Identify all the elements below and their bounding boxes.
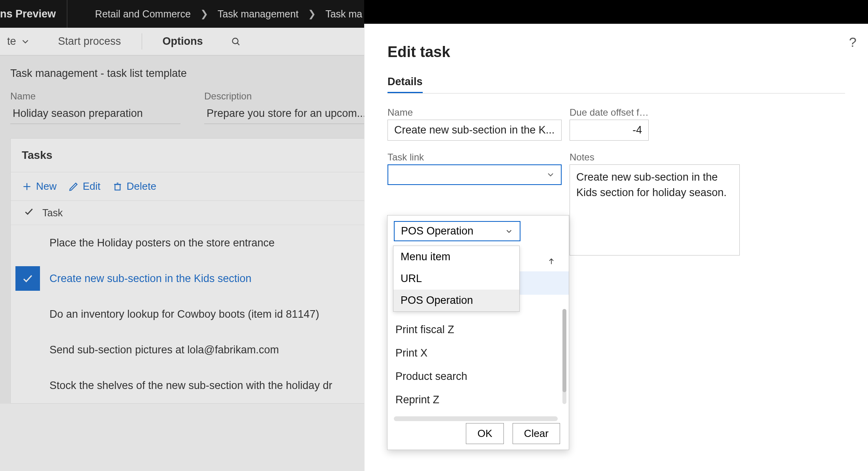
description-input[interactable]: Prepare you store for an upcom... xyxy=(204,103,374,124)
row-select-check[interactable] xyxy=(15,231,40,255)
table-row[interactable]: Stock the shelves of the new sub-section… xyxy=(11,368,368,403)
chevron-right-icon: ❯ xyxy=(308,8,316,19)
task-name-input[interactable]: Create new sub-section in the K... xyxy=(387,120,562,141)
row-select-check[interactable] xyxy=(15,373,40,398)
delete-button[interactable]: Delete xyxy=(112,180,156,193)
chevron-right-icon: ❯ xyxy=(200,8,208,19)
search-icon xyxy=(231,36,241,47)
tasks-table: Task Place the Holiday posters on the st… xyxy=(11,200,368,403)
row-select-check[interactable] xyxy=(15,302,40,326)
button-label: New xyxy=(36,180,57,193)
due-date-input[interactable]: -4 xyxy=(570,120,649,141)
actionbar-dropdown[interactable]: te xyxy=(0,28,38,55)
description-field: Description Prepare you store for an upc… xyxy=(204,91,374,124)
options-button[interactable]: Options xyxy=(156,28,210,55)
breadcrumb-item[interactable]: Retail and Commerce xyxy=(95,8,191,20)
table-row[interactable]: Send sub-section pictures at lola@fabrik… xyxy=(11,332,368,368)
table-header[interactable]: Task xyxy=(11,201,368,225)
svg-rect-4 xyxy=(115,184,120,190)
edit-button[interactable]: Edit xyxy=(68,180,101,193)
due-date-field-group: Due date offset from target date (+/- ..… xyxy=(570,107,649,141)
chevron-down-icon xyxy=(505,227,513,236)
tasks-toolbar: New Edit Delete xyxy=(11,172,368,200)
column-header[interactable]: Task xyxy=(42,207,63,219)
pencil-icon xyxy=(68,181,79,192)
list-item[interactable]: Reprint Z xyxy=(394,388,569,412)
option-pos-operation[interactable]: POS Operation xyxy=(393,290,519,311)
actionbar-item-label: Options xyxy=(163,35,203,48)
search-button[interactable] xyxy=(224,28,248,55)
scrollbar-horizontal[interactable] xyxy=(394,416,558,421)
table-row[interactable]: Place the Holiday posters on the store e… xyxy=(11,225,368,261)
field-label: Name xyxy=(10,91,180,102)
breadcrumb-item[interactable]: Task management xyxy=(218,8,298,20)
trash-icon xyxy=(112,181,123,192)
task-text: Place the Holiday posters on the store e… xyxy=(40,237,275,249)
tab-strip: Details xyxy=(387,76,845,93)
option-menu-item[interactable]: Menu item xyxy=(393,246,519,268)
field-label: Task link xyxy=(387,152,562,163)
link-type-select[interactable]: POS Operation xyxy=(394,221,520,241)
chevron-down-icon xyxy=(546,170,555,179)
select-value: POS Operation xyxy=(401,225,473,237)
list-item[interactable]: Product search xyxy=(394,365,569,388)
check-icon xyxy=(23,206,34,219)
name-field: Name Holiday season preparation xyxy=(10,91,180,124)
breadcrumb-item[interactable]: Task ma xyxy=(325,8,362,20)
list-item[interactable]: Print X xyxy=(394,341,569,365)
ok-button[interactable]: OK xyxy=(466,423,504,444)
tasks-heading: Tasks xyxy=(11,139,368,172)
actionbar-item-label: Start process xyxy=(58,35,121,48)
actionbar-item-label: te xyxy=(7,35,16,48)
plus-icon xyxy=(22,181,32,192)
link-type-options: Menu item URL POS Operation xyxy=(393,246,520,312)
start-process-button[interactable]: Start process xyxy=(51,28,128,55)
svg-point-0 xyxy=(232,38,238,44)
name-input[interactable]: Holiday season preparation xyxy=(10,103,180,124)
field-label: Due date offset from target date (+/- ..… xyxy=(570,107,649,118)
clear-button[interactable]: Clear xyxy=(513,423,560,444)
task-link-select[interactable] xyxy=(387,164,562,185)
task-text: Do an inventory lookup for Cowboy boots … xyxy=(40,308,319,320)
new-button[interactable]: New xyxy=(22,180,57,193)
breadcrumb: Retail and Commerce ❯ Task management ❯ … xyxy=(67,8,362,20)
name-field-group: Name Create new sub-section in the K... xyxy=(387,107,562,141)
task-link-dropdown-popup: POS Operation Menu item URL POS Operatio… xyxy=(387,215,569,450)
row-select-check[interactable] xyxy=(15,266,40,291)
notes-textarea[interactable] xyxy=(570,164,740,256)
tasks-card: Tasks New Edit Delete Task xyxy=(10,138,368,404)
row-select-check[interactable] xyxy=(15,338,40,362)
panel-title: Edit task xyxy=(387,44,845,61)
field-label: Description xyxy=(204,91,374,102)
field-label: Notes xyxy=(570,152,845,163)
app-title: ns Preview xyxy=(0,0,67,28)
svg-line-1 xyxy=(237,43,239,45)
button-label: Edit xyxy=(83,180,101,193)
chevron-down-icon xyxy=(20,36,30,47)
task-text: Stock the shelves of the new sub-section… xyxy=(40,379,332,392)
notes-field-group: Notes xyxy=(570,152,845,257)
table-row[interactable]: Create new sub-section in the Kids secti… xyxy=(11,261,368,296)
divider xyxy=(142,33,142,50)
button-label: Delete xyxy=(127,180,156,193)
task-text: Send sub-section pictures at lola@fabrik… xyxy=(40,344,279,356)
option-url[interactable]: URL xyxy=(393,268,519,290)
table-row[interactable]: Do an inventory lookup for Cowboy boots … xyxy=(11,296,368,332)
help-button[interactable]: ? xyxy=(849,34,857,50)
list-item[interactable]: Print fiscal Z xyxy=(394,318,569,341)
arrow-up-icon[interactable] xyxy=(547,256,555,267)
tab-details[interactable]: Details xyxy=(387,76,423,93)
task-text: Create new sub-section in the Kids secti… xyxy=(40,273,251,285)
scrollbar-vertical[interactable] xyxy=(562,309,566,404)
field-label: Name xyxy=(387,107,562,118)
